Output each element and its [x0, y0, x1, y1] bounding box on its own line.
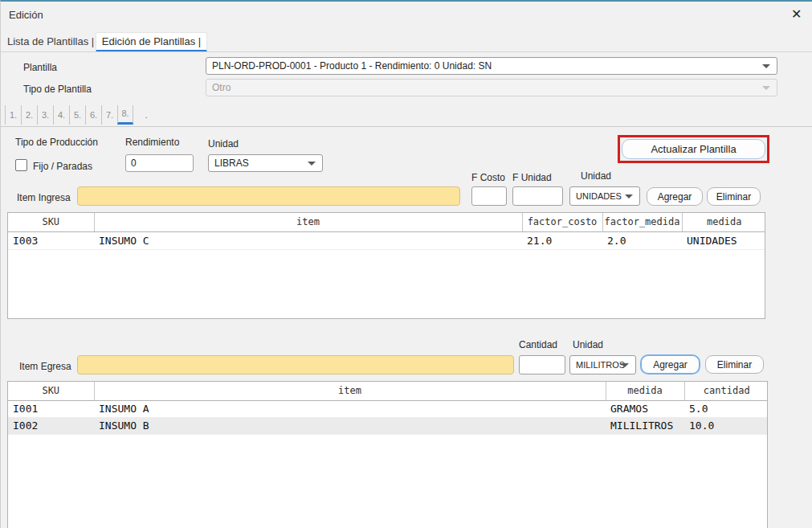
chevron-down-icon — [762, 86, 770, 90]
item-egresa-input[interactable] — [77, 355, 514, 375]
unidad-produccion-dropdown[interactable]: LIBRAS — [208, 154, 323, 172]
egresa-table-container: SKUitemmedidacantidadI001INSUMO AGRAMOS5… — [7, 381, 768, 528]
page-tab-7[interactable]: 7. — [101, 105, 117, 125]
table-row[interactable]: I003INSUMO C21.02.0UNIDADES — [8, 231, 765, 249]
unidad-ingresa-value: UNIDADES — [576, 191, 622, 201]
table-row[interactable]: I001INSUMO AGRAMOS5.0 — [8, 400, 768, 417]
tab-lista-de-plantillas[interactable]: Lista de Plantillas | — [7, 35, 94, 47]
rendimiento-label: Rendimiento — [125, 137, 179, 148]
rendimiento-input[interactable] — [125, 154, 194, 172]
item-egresa-label: Item Egresa — [19, 361, 71, 372]
actualizar-plantilla-button[interactable]: Actualizar Plantilla — [622, 139, 765, 159]
cantidad-input[interactable] — [519, 355, 565, 375]
plantilla-dropdown-value: PLN-ORD-PROD-0001 - Producto 1 - Rendimi… — [212, 60, 492, 72]
table-cell: GRAMOS — [606, 400, 684, 417]
unidad-egresa-dropdown[interactable]: MILILITROS — [569, 355, 636, 375]
section-divider — [1, 126, 812, 127]
column-header[interactable]: item — [94, 213, 522, 231]
f-unidad-label: F Unidad — [512, 172, 552, 183]
plantilla-dropdown[interactable]: PLN-ORD-PROD-0001 - Producto 1 - Rendimi… — [206, 57, 777, 75]
fijo-paradas-checkbox[interactable] — [15, 159, 27, 171]
tipo-plantilla-label: Tipo de Plantilla — [23, 84, 92, 95]
plantilla-label: Plantilla — [23, 62, 57, 73]
egresa-table[interactable]: SKUitemmedidacantidadI001INSUMO AGRAMOS5… — [8, 382, 768, 435]
f-costo-label: F Costo — [471, 172, 505, 183]
table-cell: I003 — [8, 231, 94, 249]
unidad-produccion-value: LIBRAS — [214, 158, 249, 169]
unidad-produccion-label: Unidad — [208, 138, 239, 149]
table-cell: 2.0 — [602, 231, 682, 249]
column-header[interactable]: SKU — [8, 382, 94, 400]
tab-edicion-de-plantillas[interactable]: Edición de Plantillas | — [96, 32, 207, 52]
page-tab-8[interactable]: 8. — [117, 105, 133, 125]
table-cell: UNIDADES — [682, 231, 765, 249]
page-tab-1[interactable]: 1. — [5, 105, 21, 125]
table-cell: INSUMO C — [94, 231, 522, 249]
f-unidad-input[interactable] — [512, 186, 563, 206]
column-header[interactable]: SKU — [8, 213, 94, 231]
window-title: Edición — [9, 9, 43, 21]
table-cell: 5.0 — [684, 400, 768, 417]
page-tab-3[interactable]: 3. — [37, 105, 53, 125]
unidad-egresa-value: MILILITROS — [576, 360, 625, 370]
chevron-down-icon — [308, 162, 316, 166]
unidad-ingresa-dropdown[interactable]: UNIDADES — [569, 186, 640, 206]
tipo-produccion-label: Tipo de Producción — [15, 137, 98, 148]
column-header[interactable]: medida — [606, 382, 684, 400]
column-header[interactable]: medida — [682, 213, 765, 231]
table-cell: INSUMO A — [94, 400, 606, 417]
table-cell: 10.0 — [684, 417, 768, 434]
item-ingresa-label: Item Ingresa — [17, 192, 71, 203]
fijo-paradas-label: Fijo / Paradas — [33, 161, 92, 172]
page-tab-2[interactable]: 2. — [21, 105, 37, 125]
tipo-plantilla-dropdown-value: Otro — [212, 82, 231, 93]
chevron-down-icon — [621, 363, 629, 367]
edition-window: Edición ✕ Lista de Plantillas | Edición … — [0, 0, 812, 528]
chevron-down-icon — [762, 64, 770, 68]
page-tab-5[interactable]: 5. — [69, 105, 85, 125]
tipo-plantilla-dropdown: Otro — [206, 79, 777, 96]
table-cell: MILILITROS — [606, 417, 684, 434]
column-header[interactable]: factor_costo — [522, 213, 602, 231]
page-tabs: 1.2.3.4.5.6.7.8.. — [5, 105, 154, 125]
ingresa-table-container: SKUitemfactor_costofactor_medidamedidaI0… — [7, 212, 765, 319]
table-cell: 21.0 — [522, 231, 602, 249]
tabbar-divider — [1, 51, 812, 52]
eliminar-ingresa-button[interactable]: Eliminar — [707, 187, 761, 206]
f-costo-input[interactable] — [471, 186, 507, 206]
column-header[interactable]: cantidad — [684, 382, 768, 400]
table-cell: I001 — [8, 400, 94, 417]
close-icon[interactable]: ✕ — [791, 8, 802, 21]
table-cell: INSUMO B — [94, 417, 606, 434]
unidad-ingresa-label: Unidad — [581, 170, 611, 182]
agregar-egresa-button[interactable]: Agregar — [640, 354, 700, 375]
eliminar-egresa-button[interactable]: Eliminar — [705, 355, 764, 374]
cantidad-label: Cantidad — [519, 339, 557, 350]
page-tab-6[interactable]: 6. — [85, 105, 101, 125]
ingresa-table[interactable]: SKUitemfactor_costofactor_medidamedidaI0… — [8, 213, 765, 250]
table-cell: I002 — [8, 417, 94, 434]
unidad-egresa-label: Unidad — [573, 339, 603, 350]
table-row[interactable]: I002INSUMO BMILILITROS10.0 — [8, 417, 768, 434]
column-header[interactable]: factor_medida — [602, 213, 682, 231]
column-header[interactable]: item — [94, 382, 606, 400]
page-tab-extra[interactable]: . — [138, 105, 154, 125]
page-tab-4[interactable]: 4. — [53, 105, 69, 125]
chevron-down-icon — [625, 194, 633, 199]
item-ingresa-input[interactable] — [77, 186, 460, 206]
agregar-ingresa-button[interactable]: Agregar — [647, 187, 703, 206]
